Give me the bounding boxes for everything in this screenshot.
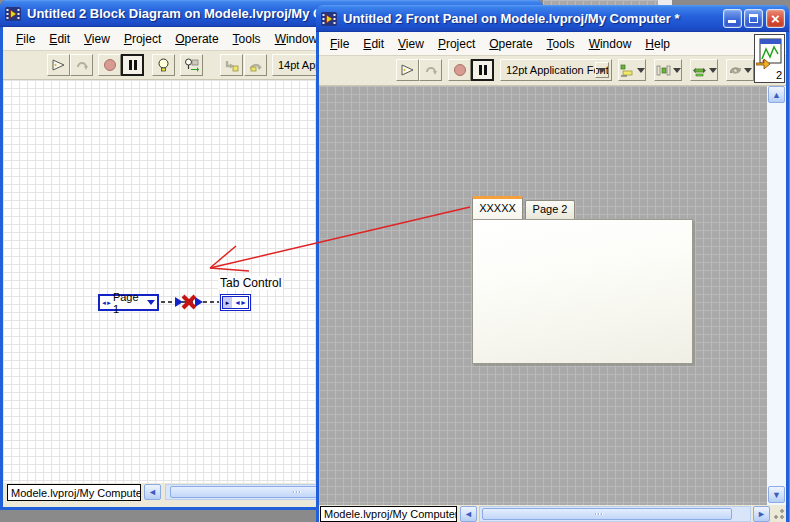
terminal-inner: ► ◄► bbox=[222, 296, 249, 309]
fp-window-title: Untitled 2 Front Panel on Modele.lvproj/… bbox=[343, 11, 680, 26]
fp-resize-objects-button[interactable] bbox=[690, 59, 718, 81]
fp-hscroll-right-button[interactable]: ► bbox=[753, 506, 770, 522]
fp-status-path: Modele.lvproj/My Computer bbox=[320, 506, 457, 522]
abort-icon bbox=[454, 64, 466, 76]
fp-pause-button[interactable] bbox=[471, 59, 494, 81]
enum-constant-page1[interactable]: ◄► Page 1 bbox=[98, 294, 159, 311]
fp-hscroll-grip bbox=[595, 513, 604, 515]
bd-menu-project[interactable]: Project bbox=[118, 32, 167, 46]
resize-objects-icon bbox=[692, 64, 707, 77]
bd-hscroll-grip bbox=[293, 491, 302, 493]
scroll-up-icon: ▲ bbox=[772, 90, 781, 100]
vi-icon-graphic bbox=[756, 37, 783, 69]
fp-hscroll-thumb[interactable] bbox=[482, 508, 732, 520]
fp-menu-tools[interactable]: Tools bbox=[541, 37, 581, 51]
tab-xxxxx[interactable]: XXXXX bbox=[472, 196, 523, 219]
fp-vscroll-down-button[interactable]: ▼ bbox=[768, 486, 785, 503]
bd-status-path: Modele.lvproj/My Computer bbox=[7, 484, 141, 501]
enum-dropdown-icon[interactable] bbox=[147, 300, 155, 305]
bd-run-continuously-button[interactable] bbox=[70, 54, 93, 76]
enum-constant-value: Page 1 bbox=[111, 291, 147, 315]
probe-icon bbox=[184, 58, 199, 72]
abort-icon bbox=[104, 59, 116, 71]
labview-app-icon bbox=[321, 11, 337, 27]
fp-menu-operate[interactable]: Operate bbox=[483, 37, 538, 51]
distribute-objects-icon bbox=[656, 64, 671, 77]
run-continuously-icon bbox=[75, 59, 89, 71]
bd-retain-wire-values-button[interactable] bbox=[180, 54, 203, 76]
bd-pause-button[interactable] bbox=[121, 54, 144, 76]
bd-menu-view[interactable]: View bbox=[78, 32, 116, 46]
fp-hscrollbar[interactable] bbox=[479, 506, 751, 522]
fp-panel-canvas[interactable]: XXXXX Page 2 bbox=[319, 86, 767, 505]
bd-menu-file[interactable]: File bbox=[10, 32, 41, 46]
bd-hscroll-left-button[interactable]: ◄ bbox=[144, 484, 161, 500]
fp-reorder-button[interactable] bbox=[726, 59, 754, 81]
close-button[interactable]: × bbox=[766, 9, 785, 28]
fp-menu-file[interactable]: File bbox=[324, 37, 355, 51]
bd-run-button[interactable] bbox=[47, 54, 70, 76]
tab-control-terminal[interactable]: ► ◄► bbox=[220, 294, 251, 311]
terminal-label[interactable]: Tab Control bbox=[218, 276, 283, 290]
chevron-down-icon bbox=[673, 68, 681, 73]
scroll-down-icon: ▼ bbox=[772, 490, 781, 500]
lightbulb-icon bbox=[157, 58, 170, 73]
bd-abort-button[interactable] bbox=[98, 54, 121, 76]
bd-menu-edit[interactable]: Edit bbox=[43, 32, 76, 46]
broken-wire[interactable] bbox=[155, 292, 223, 312]
pause-icon bbox=[129, 60, 137, 70]
chevron-down-icon bbox=[598, 68, 606, 73]
bd-highlight-execution-button[interactable] bbox=[152, 54, 175, 76]
run-icon bbox=[401, 64, 415, 76]
fp-font-dropdown[interactable] bbox=[595, 62, 609, 78]
vi-icon-number: 2 bbox=[776, 69, 782, 81]
fp-run-button[interactable] bbox=[396, 59, 419, 81]
fp-font-selector[interactable]: 12pt Application Font bbox=[500, 59, 612, 81]
step-into-icon bbox=[225, 59, 239, 72]
chevron-down-icon bbox=[709, 68, 717, 73]
resize-grip[interactable] bbox=[773, 508, 785, 520]
bd-menu-tools[interactable]: Tools bbox=[227, 32, 267, 46]
fp-menu-window[interactable]: Window bbox=[583, 37, 638, 51]
chevron-down-icon bbox=[637, 68, 645, 73]
fp-status-row: Modele.lvproj/My Computer ◄ ► bbox=[319, 505, 786, 522]
fp-menu-edit[interactable]: Edit bbox=[357, 37, 390, 51]
front-panel-window: Untitled 2 Front Panel on Modele.lvproj/… bbox=[316, 5, 789, 522]
fp-vscroll-up-button[interactable]: ▲ bbox=[768, 86, 785, 103]
enum-increment-icon[interactable]: ◄► bbox=[101, 300, 111, 306]
labview-app-icon bbox=[5, 6, 21, 22]
scroll-right-icon: ► bbox=[757, 509, 766, 519]
fp-menubar: File Edit View Project Operate Tools Win… bbox=[319, 32, 786, 56]
fp-vscrollbar[interactable]: ▲ ▼ bbox=[767, 86, 786, 505]
maximize-button[interactable] bbox=[744, 9, 763, 28]
fp-titlebar[interactable]: Untitled 2 Front Panel on Modele.lvproj/… bbox=[316, 5, 789, 32]
terminal-input-arrow-icon: ► bbox=[223, 297, 232, 308]
tab-page2[interactable]: Page 2 bbox=[525, 200, 575, 219]
fp-align-objects-button[interactable] bbox=[618, 59, 646, 81]
pause-icon bbox=[479, 65, 487, 75]
fp-distribute-objects-button[interactable] bbox=[654, 59, 682, 81]
fp-menu-view[interactable]: View bbox=[392, 37, 430, 51]
fp-font-selector-value: 12pt Application Font bbox=[506, 64, 609, 76]
minimize-button[interactable] bbox=[723, 9, 742, 28]
fp-hscroll-left-button[interactable]: ◄ bbox=[460, 506, 477, 522]
fp-toolbar: 12pt Application Font bbox=[319, 56, 786, 86]
maximize-icon bbox=[749, 14, 758, 23]
align-objects-icon bbox=[620, 64, 635, 77]
vi-icon[interactable]: 2 bbox=[754, 34, 785, 83]
scroll-left-icon: ◄ bbox=[148, 487, 157, 497]
fp-abort-button[interactable] bbox=[448, 59, 471, 81]
fp-run-continuously-button[interactable] bbox=[419, 59, 442, 81]
fp-menu-help[interactable]: Help bbox=[639, 37, 676, 51]
close-icon: × bbox=[771, 11, 780, 26]
bd-step-into-button[interactable] bbox=[220, 54, 243, 76]
bd-menu-operate[interactable]: Operate bbox=[169, 32, 224, 46]
bd-step-over-button[interactable] bbox=[244, 54, 267, 76]
scroll-left-icon: ◄ bbox=[464, 509, 473, 519]
run-continuously-icon bbox=[424, 64, 438, 76]
fp-menu-project[interactable]: Project bbox=[432, 37, 481, 51]
tab-label: Page 2 bbox=[533, 203, 568, 215]
chevron-down-icon bbox=[744, 68, 752, 73]
tab-control-body[interactable] bbox=[472, 219, 693, 364]
reorder-icon bbox=[728, 64, 743, 77]
